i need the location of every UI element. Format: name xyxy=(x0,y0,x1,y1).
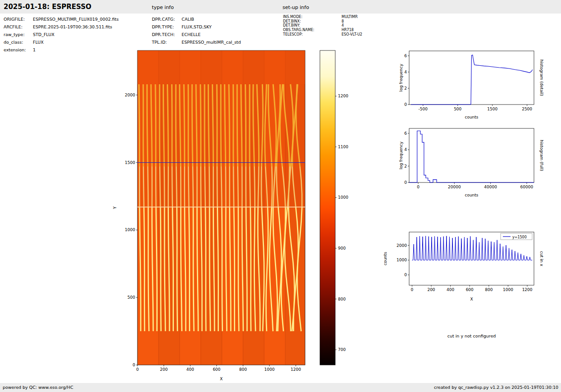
x-tick-label: 60000 xyxy=(520,185,534,189)
footer-powered-by: powered by QC: www.eso.org/HC xyxy=(3,385,73,390)
y-tick-label: 6 xyxy=(404,131,407,136)
y-axis-label: log frequency xyxy=(399,64,403,91)
x-tick-label: 1500 xyxy=(487,107,497,111)
y-tick-label: 1500 xyxy=(125,160,135,165)
colorbar-tick-label: 800 xyxy=(338,297,346,301)
top-band xyxy=(137,50,305,84)
x-tick-label: 20000 xyxy=(448,185,461,189)
cut-in-x-plot: 020040060080010001200010002000Xcountscut… xyxy=(379,228,559,309)
footer-created-by: created by qc_rawdisp.py v1.2.3 on 2025-… xyxy=(434,385,558,390)
x-tick-label: 400 xyxy=(187,367,194,372)
info-value: 4 xyxy=(342,23,344,28)
plot-area xyxy=(409,128,534,182)
info-row: DPR.CATG:CALIB xyxy=(152,15,280,23)
x-tick-label: 200 xyxy=(427,287,435,292)
type-info-block: DPR.CATG:CALIBDPR.TYPE:FLUX,STD,SKYDPR.T… xyxy=(152,15,280,46)
info-value: FLUX xyxy=(33,38,44,46)
info-value: ESPRE.2025-01-19T00:36:30.511.fits xyxy=(33,23,112,31)
info-value: STD_FLUX xyxy=(33,31,55,38)
colorbar-tick-label: 700 xyxy=(338,347,346,352)
x-tick-label: 40000 xyxy=(484,185,497,189)
info-label: raw_type: xyxy=(4,31,33,38)
x-tick-label: 2500 xyxy=(522,107,532,111)
x-tick-label: 800 xyxy=(239,367,247,372)
info-row: INS.MODE:MULTIMR xyxy=(283,15,405,19)
info-value: FLUX,STD,SKY xyxy=(182,23,212,31)
x-tick-label: 200 xyxy=(160,367,168,372)
info-value: ESO-VLT-U2 xyxy=(342,32,362,37)
info-label: do_class: xyxy=(4,38,33,46)
info-label: DET.BINX: xyxy=(283,19,342,24)
x-tick-label: 600 xyxy=(213,367,220,372)
y-axis-label: Y xyxy=(113,206,117,210)
x-tick-label: 400 xyxy=(447,287,454,292)
colorbar-tick-label: 900 xyxy=(338,246,346,251)
setup-info-heading: set-up info xyxy=(283,5,309,10)
side-label: cut in x xyxy=(539,251,544,266)
x-axis-label: counts xyxy=(465,115,478,119)
x-axis-label: counts xyxy=(465,193,478,197)
info-label: INS.MODE: xyxy=(283,15,342,19)
raw-image-plot: 0200400600800100012000500100015002000XY xyxy=(108,45,320,390)
colorbar-tick-label: 1200 xyxy=(338,94,348,98)
info-value: MULTIMR xyxy=(342,15,358,19)
info-row: DET.BINY:4 xyxy=(283,23,405,28)
x-tick-label: -500 xyxy=(419,107,428,111)
y-axis-label: counts xyxy=(383,252,388,265)
x-tick-label: 600 xyxy=(466,287,474,292)
x-axis-label: X xyxy=(470,297,473,301)
y-tick-label: 6 xyxy=(404,54,407,58)
info-label: DPR.TECH: xyxy=(152,31,182,38)
colorbar-tick-label: 1000 xyxy=(338,195,348,200)
info-label: TELESCOP: xyxy=(283,32,342,37)
x-tick-label: 0 xyxy=(417,185,420,189)
x-tick-label: 1200 xyxy=(522,287,533,292)
x-tick-label: 1200 xyxy=(291,367,301,372)
info-label: DET.BINY: xyxy=(283,23,342,28)
y-tick-label: 0 xyxy=(132,363,135,367)
qc-report-page: 2025-01-18: ESPRESSO type info set-up in… xyxy=(0,0,561,392)
colorbar-canvas: 700800900100011001200 xyxy=(315,45,365,390)
hist-detail-canvas: -500500150025000246countslog frequencyhi… xyxy=(379,47,559,126)
info-row: ORIGFILE:ESPRESSO_MULTIMR_FLUX019_0002.f… xyxy=(4,15,150,23)
cut-in-y-note: cut in y not configured xyxy=(409,333,534,338)
y-tick-label: 0 xyxy=(404,273,407,277)
histogram-full-plot: 02000040000600000246countslog frequencyh… xyxy=(379,125,559,204)
hist-full-canvas: 02000040000600000246countslog frequencyh… xyxy=(379,125,559,204)
info-row: ARCFILE:ESPRE.2025-01-19T00:36:30.511.fi… xyxy=(4,23,150,31)
x-tick-label: 0 xyxy=(411,287,414,292)
info-row: DPR.TECH:ECHELLE xyxy=(152,31,280,38)
x-tick-label: 800 xyxy=(485,287,493,292)
info-value: ECHELLE xyxy=(182,31,201,38)
info-row: DET.BINX:8 xyxy=(283,19,405,24)
info-value: CALIB xyxy=(182,15,194,23)
raw-image-canvas: 0200400600800100012000500100015002000XY xyxy=(108,45,320,390)
x-tick-label: 1000 xyxy=(264,367,274,372)
setup-info-block: INS.MODE:MULTIMRDET.BINX:8DET.BINY:4OBS.… xyxy=(283,15,405,37)
info-label: extension: xyxy=(4,46,33,54)
side-label: histogram (full) xyxy=(539,140,544,171)
x-axis-label: X xyxy=(220,377,223,381)
colorbar-gradient xyxy=(320,50,335,365)
x-tick-label: 1000 xyxy=(503,287,513,292)
colorbar-tick-label: 1100 xyxy=(338,145,348,149)
x-tick-label: 500 xyxy=(454,107,461,111)
info-value: ESPRESSO_MULTIMR_FLUX019_0002.fits xyxy=(33,15,119,23)
type-info-heading: type info xyxy=(152,5,174,10)
upper-dim-band xyxy=(137,84,305,207)
x-tick-label: 0 xyxy=(136,367,139,372)
histogram-detail-plot: -500500150025000246countslog frequencyhi… xyxy=(379,47,559,126)
info-row: TELESCOP:ESO-VLT-U2 xyxy=(283,32,405,37)
y-tick-label: 4 xyxy=(404,70,407,74)
info-row: raw_type:STD_FLUX xyxy=(4,31,150,38)
footer-bar: powered by QC: www.eso.org/HC created by… xyxy=(0,383,561,392)
legend-label: y=1500 xyxy=(512,235,527,239)
info-value: 8 xyxy=(342,19,344,24)
y-tick-label: 2 xyxy=(404,164,407,169)
y-tick-label: 500 xyxy=(128,295,135,300)
page-title: 2025-01-18: ESPRESSO xyxy=(4,3,91,11)
info-label: OBS.TARG.NAME: xyxy=(283,28,342,32)
y-tick-label: 2000 xyxy=(125,93,135,97)
y-tick-label: 2000 xyxy=(397,243,407,248)
info-value: HR718 xyxy=(342,28,354,32)
